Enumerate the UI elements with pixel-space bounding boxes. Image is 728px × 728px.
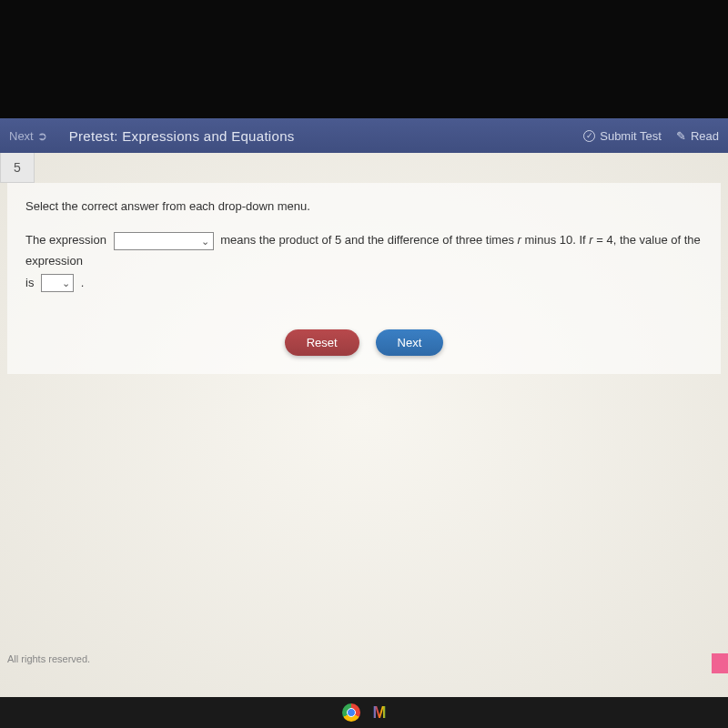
prev-next-nav[interactable]: Next ➲ (9, 129, 47, 143)
header-actions: ✓ Submit Test ✎ Read (583, 129, 719, 143)
text-part-2: means the product of 5 and the differenc… (220, 233, 517, 247)
text-part-3: minus 10. If (521, 233, 589, 247)
taskbar: M (0, 697, 728, 728)
expression-dropdown[interactable] (114, 232, 214, 250)
chrome-icon[interactable] (342, 703, 360, 722)
question-panel: Select the correct answer from each drop… (7, 183, 721, 374)
arrow-icon: ➲ (37, 129, 47, 143)
text-part-5: is (25, 276, 34, 289)
wrench-icon: ✎ (676, 129, 686, 143)
value-dropdown[interactable] (41, 274, 74, 292)
question-instruction: Select the correct answer from each drop… (25, 199, 703, 213)
gmail-icon[interactable]: M (373, 703, 387, 723)
action-buttons: Reset Next (25, 329, 703, 356)
page-title: Pretest: Expressions and Equations (69, 128, 584, 144)
question-number-tab[interactable]: 5 (0, 153, 35, 183)
reader-tools-button[interactable]: ✎ Read (676, 129, 719, 143)
submit-label: Submit Test (600, 129, 662, 143)
reset-button[interactable]: Reset (285, 329, 359, 356)
text-part-6: . (81, 276, 85, 289)
screen-content: Next ➲ Pretest: Expressions and Equation… (0, 118, 728, 701)
footer-rights: All rights reserved. (7, 653, 90, 664)
next-button[interactable]: Next (376, 329, 444, 356)
corner-badge (712, 653, 728, 673)
submit-test-button[interactable]: ✓ Submit Test (583, 129, 662, 143)
laptop-bezel (0, 0, 728, 127)
text-part-1: The expression (25, 233, 106, 247)
reader-label: Read (691, 129, 719, 143)
header-bar: Next ➲ Pretest: Expressions and Equation… (0, 118, 728, 153)
next-nav-label: Next (9, 129, 34, 143)
check-icon: ✓ (583, 130, 595, 142)
question-body: The expression means the product of 5 an… (25, 229, 703, 293)
